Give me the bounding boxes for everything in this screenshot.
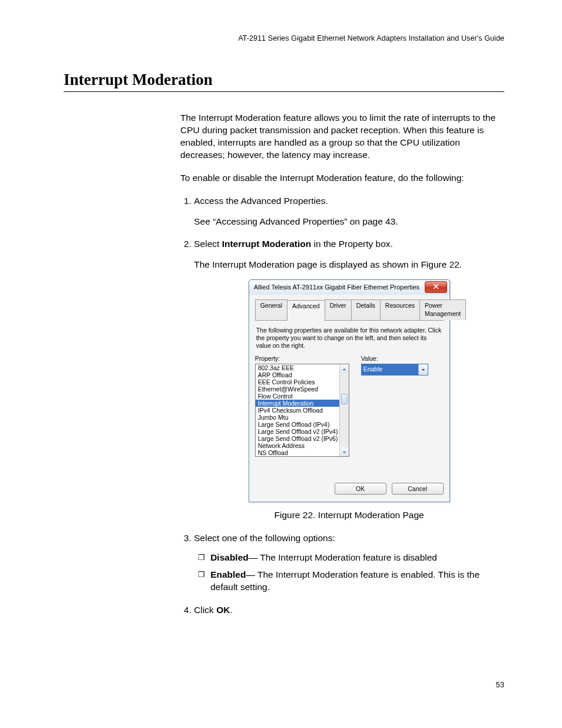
options-list: ❐ Disabled— The Interrupt Moderation fea…	[194, 552, 504, 594]
step-2: Select Interrupt Moderation in the Prope…	[194, 238, 504, 522]
value-label: Value:	[361, 354, 428, 363]
chevron-down-icon	[342, 448, 346, 456]
step-1: Access the Advanced Properties. See “Acc…	[194, 195, 504, 228]
scroll-up-button[interactable]	[340, 364, 349, 373]
step-4: Click OK.	[194, 604, 504, 617]
property-items: 802.3az EEE ARP Offload EEE Control Poli…	[256, 364, 340, 456]
tab-general[interactable]: General	[255, 299, 287, 319]
step-3-text: Select one of the following options:	[194, 533, 335, 543]
bullet-icon: ❐	[198, 569, 205, 580]
list-item[interactable]: ARP Offload	[256, 371, 340, 378]
list-item[interactable]: 802.3az EEE	[256, 364, 340, 371]
list-item[interactable]: NS Offload	[256, 449, 340, 456]
tab-advanced[interactable]: Advanced	[287, 300, 325, 320]
list-item[interactable]: Network Address	[256, 442, 340, 449]
section-title: Interrupt Moderation	[64, 71, 504, 89]
step-list: Access the Advanced Properties. See “Acc…	[180, 195, 504, 617]
dialog-body: General Advanced Driver Details Resource…	[249, 295, 450, 502]
step-2-bold: Interrupt Moderation	[222, 239, 312, 249]
running-header: AT-2911 Series Gigabit Ethernet Network …	[64, 34, 504, 42]
property-listbox[interactable]: 802.3az EEE ARP Offload EEE Control Poli…	[255, 364, 349, 457]
list-item[interactable]: EEE Control Policies	[256, 378, 340, 386]
chevron-up-icon	[342, 365, 346, 373]
step-1-ref: See “Accessing Advanced Properties” on p…	[194, 216, 504, 228]
step-1-text: Access the Advanced Properties.	[194, 196, 328, 206]
ok-button[interactable]: OK	[335, 483, 386, 495]
step-4-post: .	[230, 605, 232, 615]
close-button[interactable]	[425, 281, 447, 293]
listbox-scrollbar[interactable]	[339, 364, 349, 456]
figure-wrapper: Allied Telesis AT-2911xx Gigabit Fiber E…	[194, 279, 504, 502]
option-disabled-label: Disabled	[210, 552, 249, 562]
option-enabled: ❐ Enabled— The Interrupt Moderation feat…	[210, 569, 504, 594]
property-label: Property:	[255, 354, 349, 363]
dialog-titlebar[interactable]: Allied Telesis AT-2911xx Gigabit Fiber E…	[249, 279, 450, 295]
scroll-down-button[interactable]	[340, 447, 349, 456]
tab-driver[interactable]: Driver	[325, 299, 352, 319]
step-4-bold: OK	[216, 605, 230, 615]
lead-paragraph: To enable or disable the Interrupt Moder…	[180, 172, 504, 185]
tab-strip: General Advanced Driver Details Resource…	[255, 299, 444, 320]
properties-dialog: Allied Telesis AT-2911xx Gigabit Fiber E…	[249, 279, 450, 502]
chevron-down-icon	[421, 365, 425, 374]
tab-power-management[interactable]: Power Management	[419, 299, 466, 319]
tab-resources[interactable]: Resources	[380, 299, 420, 319]
step-2-result: The Interrupt Moderation page is display…	[194, 259, 504, 271]
figure-caption: Figure 22. Interrupt Moderation Page	[194, 509, 504, 522]
option-enabled-label: Enabled	[210, 569, 246, 579]
tab-details[interactable]: Details	[351, 299, 381, 319]
dialog-button-row: OK Cancel	[255, 483, 444, 495]
intro-paragraph: The Interrupt Moderation feature allows …	[180, 112, 504, 162]
list-item[interactable]: IPv4 Checksum Offload	[256, 407, 340, 414]
list-item[interactable]: Flow Control	[256, 393, 340, 400]
list-item[interactable]: Large Send Offload v2 (IPv6)	[256, 435, 340, 442]
dialog-instruction: The following properties are available f…	[256, 327, 442, 350]
page-number: 53	[496, 680, 504, 689]
list-item[interactable]: Ethernet@WireSpeed	[256, 386, 340, 393]
step-4-pre: Click	[194, 605, 216, 615]
list-item[interactable]: Jumbo Mtu	[256, 414, 340, 421]
step-2-post: in the Property box.	[311, 239, 393, 249]
close-icon	[433, 283, 439, 291]
value-combobox[interactable]: Enable	[361, 364, 428, 375]
option-disabled-desc: — The Interrupt Moderation feature is di…	[249, 552, 437, 562]
step-2-pre: Select	[194, 239, 222, 249]
list-item[interactable]: Large Send Offload v2 (IPv4)	[256, 428, 340, 435]
scrollbar-thumb[interactable]	[341, 394, 348, 404]
dialog-title: Allied Telesis AT-2911xx Gigabit Fiber E…	[254, 283, 419, 292]
option-enabled-desc: — The Interrupt Moderation feature is en…	[210, 569, 480, 592]
option-disabled: ❐ Disabled— The Interrupt Moderation fea…	[210, 552, 504, 564]
value-selected: Enable	[362, 364, 418, 375]
cancel-button[interactable]: Cancel	[392, 483, 444, 495]
combobox-button[interactable]	[418, 364, 428, 375]
section-rule	[64, 91, 504, 92]
bullet-icon: ❐	[198, 552, 205, 563]
list-item-selected[interactable]: Interrupt Moderation	[256, 400, 340, 407]
list-item[interactable]: Large Send Offload (IPv4)	[256, 421, 340, 428]
step-3: Select one of the following options: ❐ D…	[194, 532, 504, 594]
